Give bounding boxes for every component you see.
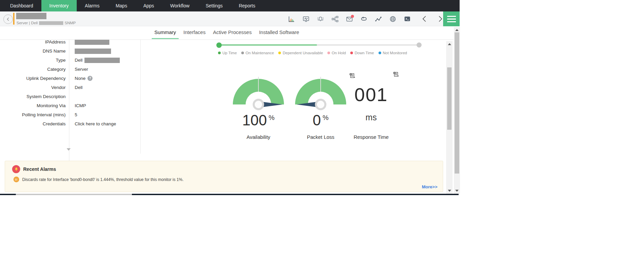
response-time-unit: ms <box>337 113 405 122</box>
next-button[interactable] <box>438 15 443 23</box>
info-row-category: Category Server <box>0 65 138 74</box>
availability-timeline-slider <box>219 44 419 47</box>
device-info-panel: IPAddress DNS Name Type Dell Category Se… <box>0 40 138 128</box>
info-row-polling-interval: Polling Interval (mins) 5 <box>0 110 138 119</box>
globe-icon[interactable] <box>389 16 396 23</box>
outer-vertical-scrollbar[interactable] <box>454 27 460 194</box>
nav-item-alarms[interactable]: Alarms <box>77 0 108 11</box>
response-time-label: Response Time <box>337 134 405 140</box>
nav-item-inventory[interactable]: Inventory <box>41 0 77 11</box>
attention-severity-icon: !! <box>13 177 19 182</box>
help-icon[interactable]: ? <box>87 76 93 81</box>
back-button[interactable] <box>3 14 13 24</box>
dns-name-value-redacted <box>75 49 111 54</box>
tab-active-processes[interactable]: Active Processes <box>209 29 255 39</box>
on-maintenance-dot <box>241 52 244 54</box>
info-row-credentials: Credentials Click here to change <box>0 119 138 128</box>
view-graph-icon[interactable] <box>349 73 355 79</box>
tab-interfaces[interactable]: Interfaces <box>180 29 209 39</box>
dependent-unavailable-dot <box>278 52 281 54</box>
info-row-vendor: Vendor Dell <box>0 83 138 92</box>
scrollbar-thumb[interactable] <box>447 67 452 130</box>
more-alarms-link[interactable]: More>> <box>422 184 437 189</box>
info-row-uplink-dependency: Uplink Dependency None? <box>0 74 138 83</box>
info-row-ipaddress: IPAddress <box>0 40 138 47</box>
line-graph-icon[interactable] <box>375 16 382 23</box>
menu-button[interactable] <box>443 11 460 26</box>
alarm-bell-badge <box>12 165 20 173</box>
scroll-down-arrow[interactable] <box>448 190 451 192</box>
device-subtitle: Server | Dell SNMP <box>16 21 76 25</box>
timeline-end-handle[interactable] <box>417 42 422 48</box>
monitor-graph-icon[interactable] <box>302 16 310 23</box>
summary-content: IPAddress DNS Name Type Dell Category Se… <box>0 40 446 193</box>
timeline-uptime-fill <box>219 44 317 45</box>
credentials-change-link[interactable]: Click here to change <box>75 121 116 126</box>
tab-summary[interactable]: Summary <box>151 29 180 39</box>
availability-label: Availability <box>225 134 292 140</box>
device-type-text: Server | Dell <box>16 21 38 25</box>
gauge-needle <box>262 102 283 107</box>
tab-bar: Summary Interfaces Active Processes Inst… <box>0 26 454 40</box>
panel-collapse-caret[interactable] <box>67 148 71 151</box>
not-monitored-dot <box>379 52 381 54</box>
alarm-list-item: !! Discards rate for Interface 'bond0-bo… <box>13 177 184 182</box>
terminal-icon[interactable] <box>404 16 411 23</box>
bell-icon <box>14 167 19 172</box>
info-row-type: Type Dell <box>0 56 138 65</box>
scroll-up-arrow[interactable] <box>448 43 451 45</box>
availability-value: 100% <box>225 112 292 129</box>
scrollbar-thumb[interactable] <box>455 32 459 174</box>
device-name-redacted <box>16 13 46 19</box>
legend-item-on-hold: On Hold <box>327 51 346 55</box>
screenshot-canvas: Dashboard Inventory Alarms Maps Apps Wor… <box>0 0 644 277</box>
info-row-system-description: System Description <box>0 92 138 101</box>
info-row-dns-name: DNS Name <box>0 47 138 56</box>
section-divider <box>140 40 141 154</box>
status-legend: Up Time On Maintenance Dependent Unavail… <box>218 51 407 55</box>
alarm-message: Discards rate for Interface 'bond0-bond0… <box>22 177 184 182</box>
legend-item-up-time: Up Time <box>218 51 237 55</box>
mail-notification-dot <box>351 15 354 18</box>
nav-item-workflow[interactable]: Workflow <box>162 0 198 11</box>
performance-chart-icon[interactable] <box>288 16 295 23</box>
legend-item-on-maintenance: On Maintenance <box>241 51 274 55</box>
timeline-start-handle[interactable] <box>216 42 222 48</box>
view-graph-icon[interactable] <box>393 71 399 78</box>
gauge-hub <box>315 99 326 110</box>
recent-alarms-panel: Recent Alarms !! Discards rate for Inter… <box>5 161 443 192</box>
on-hold-dot <box>327 52 330 54</box>
horizontal-scrollbar-thumb[interactable] <box>16 194 132 195</box>
hamburger-menu-icon <box>447 16 456 17</box>
device-model-redacted <box>39 21 63 25</box>
mail-icon[interactable] <box>346 16 353 23</box>
recent-alarms-title: Recent Alarms <box>23 166 56 172</box>
response-time-value: 001 <box>337 84 405 105</box>
type-value-redacted <box>84 58 120 63</box>
down-time-dot <box>350 52 353 54</box>
gauge-needle <box>296 102 317 107</box>
device-protocol-text: SNMP <box>65 21 76 25</box>
inner-vertical-scrollbar[interactable] <box>446 41 453 194</box>
workflow-icon[interactable] <box>331 16 338 23</box>
nav-item-settings[interactable]: Settings <box>198 0 231 11</box>
nav-item-reports[interactable]: Reports <box>231 0 263 11</box>
nav-item-apps[interactable]: Apps <box>135 0 162 11</box>
chevron-left-icon <box>422 16 427 22</box>
nav-item-maps[interactable]: Maps <box>108 0 135 11</box>
packet-loss-unit: % <box>323 114 329 121</box>
ipaddress-value-redacted <box>75 40 109 45</box>
app-window: Dashboard Inventory Alarms Maps Apps Wor… <box>0 0 460 196</box>
chevron-right-icon <box>438 16 443 22</box>
gauge-hub <box>253 99 264 110</box>
device-header: Server | Dell SNMP <box>0 11 460 26</box>
scroll-up-arrow[interactable] <box>455 29 459 31</box>
prev-button[interactable] <box>422 15 427 23</box>
availability-unit: % <box>269 114 275 121</box>
alarm-bell-icon[interactable] <box>317 16 324 23</box>
scroll-down-arrow[interactable] <box>455 190 459 192</box>
info-row-monitoring-via: Monitoring Via ICMP <box>0 101 138 110</box>
nav-item-dashboard[interactable]: Dashboard <box>2 0 41 11</box>
link-loop-icon[interactable] <box>360 16 367 23</box>
tab-installed-software[interactable]: Installed Software <box>255 29 303 39</box>
